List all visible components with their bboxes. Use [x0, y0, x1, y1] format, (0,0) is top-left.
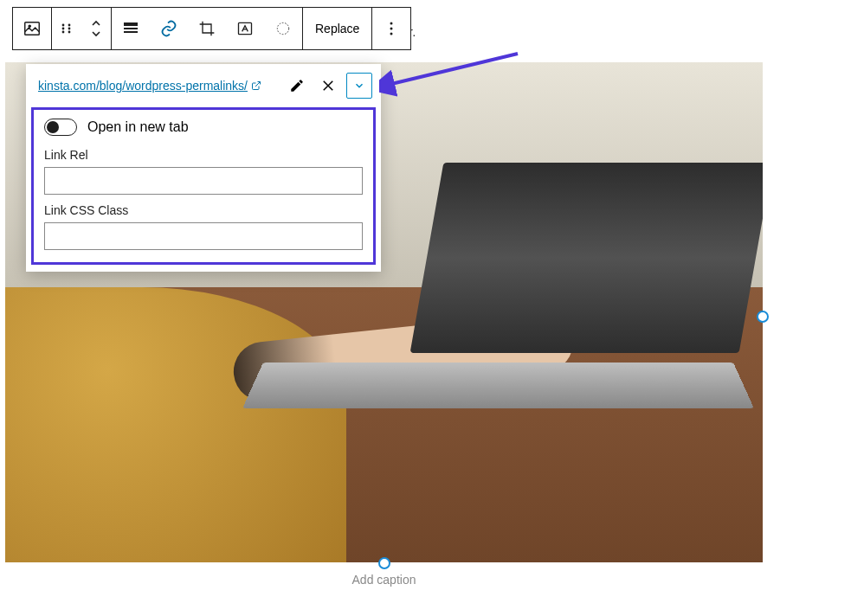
crop-icon[interactable]	[188, 8, 226, 49]
toolbar-group-replace: Replace	[303, 8, 372, 49]
link-css-class-input[interactable]	[44, 222, 363, 250]
svg-point-12	[277, 22, 288, 34]
link-css-class-label: Link CSS Class	[44, 203, 363, 217]
link-advanced-settings: Open in new tab Link Rel Link CSS Class	[31, 107, 376, 265]
svg-point-6	[68, 28, 71, 30]
svg-point-15	[390, 33, 393, 35]
open-new-tab-row: Open in new tab	[44, 119, 363, 136]
svg-point-14	[390, 28, 393, 30]
svg-point-3	[62, 28, 65, 30]
svg-point-5	[68, 24, 71, 27]
toolbar-group-block	[13, 8, 52, 49]
drag-handle-icon[interactable]	[52, 8, 81, 49]
link-rel-input[interactable]	[44, 167, 363, 195]
move-up-down-icon[interactable]	[81, 8, 111, 49]
duotone-icon[interactable]	[264, 8, 302, 49]
svg-point-13	[390, 22, 393, 25]
svg-point-2	[62, 24, 65, 27]
resize-handle-bottom[interactable]	[378, 557, 390, 569]
align-icon[interactable]	[112, 8, 150, 49]
edit-link-button[interactable]	[284, 73, 310, 99]
toolbar-group-format	[112, 8, 303, 49]
image-block-icon[interactable]	[13, 8, 51, 49]
text-overlay-icon[interactable]	[226, 8, 264, 49]
svg-rect-8	[124, 22, 138, 26]
svg-rect-9	[124, 28, 138, 29]
svg-point-7	[68, 31, 71, 34]
more-options-icon[interactable]	[372, 8, 410, 49]
resize-handle-right[interactable]	[757, 311, 769, 323]
link-settings-expand-button[interactable]	[346, 73, 372, 99]
link-url-display[interactable]: kinsta.com/blog/wordpress-permalinks/	[38, 79, 279, 93]
toolbar-group-more	[372, 8, 410, 49]
replace-button[interactable]: Replace	[303, 8, 371, 49]
svg-point-4	[62, 31, 65, 34]
external-link-icon	[251, 80, 261, 91]
link-settings-popover: kinsta.com/blog/wordpress-permalinks/ Op…	[26, 64, 381, 272]
link-icon[interactable]	[150, 8, 188, 49]
chevron-down-icon	[353, 80, 365, 92]
toolbar-group-move	[52, 8, 112, 49]
link-url-text: kinsta.com/blog/wordpress-permalinks/	[38, 79, 248, 93]
image-caption-input[interactable]: Add caption	[5, 573, 763, 587]
block-toolbar: Replace	[12, 7, 411, 50]
svg-rect-10	[124, 31, 138, 33]
open-new-tab-label: Open in new tab	[87, 119, 189, 135]
pencil-icon	[289, 78, 305, 93]
svg-rect-0	[25, 22, 40, 35]
link-rel-label: Link Rel	[44, 148, 363, 162]
open-new-tab-toggle[interactable]	[44, 119, 77, 136]
close-icon	[320, 78, 336, 93]
link-popover-header: kinsta.com/blog/wordpress-permalinks/	[26, 64, 381, 107]
remove-link-button[interactable]	[315, 73, 341, 99]
svg-point-1	[29, 25, 30, 27]
